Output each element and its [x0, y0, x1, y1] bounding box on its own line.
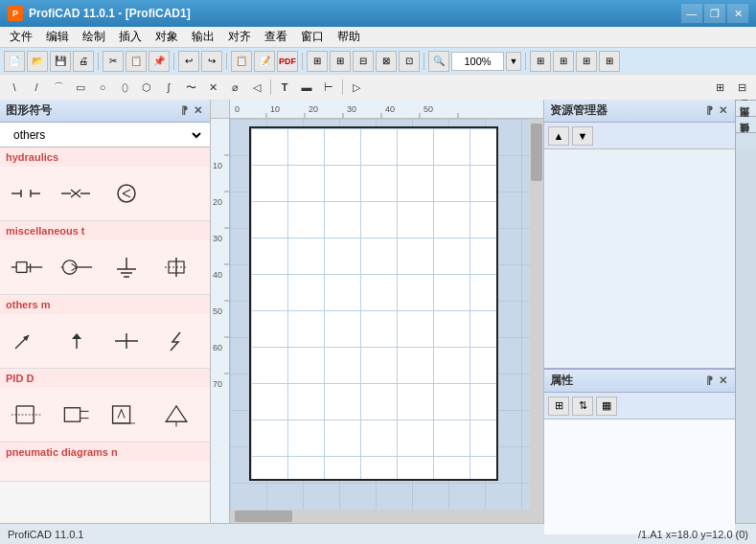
tool-far2[interactable]: ⊟ [731, 77, 752, 98]
tool-unk2[interactable]: ◁ [246, 77, 267, 98]
tool-unk1[interactable]: ⌀ [224, 77, 245, 98]
canvas-scroll[interactable] [230, 119, 543, 523]
tool-textbox[interactable]: ▬ [296, 77, 317, 98]
tool-ellipse[interactable]: ⬯ [114, 77, 135, 98]
symbol-box2[interactable] [103, 392, 149, 438]
props-btn-2[interactable]: ⇅ [572, 397, 593, 416]
svg-point-18 [63, 261, 77, 274]
menu-file[interactable]: 文件 [4, 27, 38, 47]
symbol-cylinder[interactable] [103, 170, 149, 216]
menu-align[interactable]: 对齐 [222, 27, 257, 47]
menu-edit[interactable]: 编辑 [40, 27, 75, 47]
symbol-pump[interactable] [4, 170, 50, 216]
tb-b6[interactable]: ⊠ [376, 51, 397, 72]
zoom-input[interactable]: 100% [451, 52, 504, 71]
cat-title-pneumatic: pneumatic diagrams n [0, 442, 210, 462]
tb-right1[interactable]: ⊞ [530, 51, 551, 72]
tool-arc[interactable]: ⌒ [48, 77, 69, 98]
tool-dimension[interactable]: ⊢ [318, 77, 339, 98]
symbol-arrow-up[interactable] [54, 318, 100, 364]
menu-help[interactable]: 帮助 [332, 27, 366, 47]
scrollbar-horizontal-thumb[interactable] [235, 510, 292, 522]
tb-open[interactable]: 📂 [27, 51, 48, 72]
menu-output[interactable]: 输出 [186, 27, 220, 47]
symbol-cross[interactable] [103, 318, 149, 364]
tool-cross[interactable]: ✕ [202, 77, 223, 98]
symbols-panel-pin[interactable]: ⁋ [179, 104, 190, 117]
tb-b5[interactable]: ⊟ [353, 51, 374, 72]
tool-gate[interactable]: ▷ [346, 77, 367, 98]
symbol-unknown[interactable] [153, 244, 199, 290]
title-controls[interactable]: — ❐ ✕ [681, 4, 748, 23]
resource-up-btn[interactable]: ▲ [548, 126, 569, 146]
menu-view[interactable]: 查看 [259, 27, 293, 47]
side-tab-3[interactable]: 磁铁捕捉 [736, 132, 757, 148]
tb-new[interactable]: 📄 [4, 51, 25, 72]
resource-panel-close[interactable]: ✕ [717, 104, 729, 117]
canvas-area: 0 10 20 30 40 50 0 [211, 100, 543, 523]
tb-save[interactable]: 💾 [50, 51, 71, 72]
tb-b4[interactable]: ⊞ [330, 51, 351, 72]
side-tab-2[interactable]: 图形浏览 [736, 116, 757, 132]
tb-b7[interactable]: ⊡ [399, 51, 420, 72]
tb-copy[interactable]: 📋 [126, 51, 147, 72]
symbol-ground[interactable] [103, 244, 149, 290]
tb-right3[interactable]: ⊞ [576, 51, 597, 72]
symbol-arrow-diag[interactable] [4, 318, 50, 364]
tb-paste[interactable]: 📌 [149, 51, 170, 72]
tb-redo[interactable]: ↪ [201, 51, 222, 72]
tb-pdf[interactable]: PDF [277, 51, 298, 72]
symbol-nand[interactable] [4, 392, 50, 438]
panel-header-actions[interactable]: ⁋ ✕ [179, 104, 204, 117]
scrollbar-horizontal[interactable] [230, 510, 543, 523]
symbol-valve[interactable] [54, 170, 100, 216]
props-header-actions[interactable]: ⁋ ✕ [704, 374, 729, 387]
menu-insert[interactable]: 插入 [113, 27, 148, 47]
symbol-lightning[interactable] [153, 318, 199, 364]
properties-panel-pin[interactable]: ⁋ [704, 374, 715, 387]
close-button[interactable]: ✕ [727, 4, 748, 23]
tool-rect[interactable]: ▭ [70, 77, 91, 98]
tool-select[interactable]: \ [4, 77, 25, 98]
tool-poly[interactable]: ⬡ [136, 77, 157, 98]
tool-line[interactable]: / [26, 77, 47, 98]
properties-panel-close[interactable]: ✕ [717, 374, 729, 387]
tb-b1[interactable]: 📋 [231, 51, 252, 72]
scrollbar-vertical[interactable] [530, 119, 543, 510]
title-bar: P ProfiCAD 11.0.1 - [ProfiCAD1] — ❐ ✕ [0, 0, 756, 27]
tb-right2[interactable]: ⊞ [553, 51, 574, 72]
tb-right4[interactable]: ⊞ [599, 51, 620, 72]
tb-print[interactable]: 🖨 [73, 51, 94, 72]
tool-spline[interactable]: 〜 [180, 77, 201, 98]
scrollbar-vertical-thumb[interactable] [531, 124, 542, 181]
tb-cut[interactable]: ✂ [103, 51, 124, 72]
resource-panel-pin[interactable]: ⁋ [704, 104, 715, 117]
props-btn-1[interactable]: ⊞ [548, 397, 569, 416]
tools-row: \ / ⌒ ▭ ○ ⬯ ⬡ ∫ 〜 ✕ ⌀ ◁ T ▬ ⊢ ▷ ⊞ ⊟ [0, 75, 756, 100]
menu-window[interactable]: 窗口 [295, 27, 330, 47]
props-btn-3[interactable]: ▦ [596, 397, 617, 416]
tool-text[interactable]: T [274, 77, 295, 98]
tb-undo[interactable]: ↩ [178, 51, 199, 72]
zoom-dropdown-btn[interactable]: ▼ [506, 52, 521, 71]
tool-bezier[interactable]: ∫ [158, 77, 179, 98]
restore-button[interactable]: ❐ [704, 4, 725, 23]
symbols-panel-close[interactable]: ✕ [192, 104, 204, 117]
menu-object[interactable]: 对象 [149, 27, 184, 47]
category-select-wrapper[interactable]: others hydraulics pneumatics electrical [0, 123, 210, 147]
symbol-trans1[interactable] [4, 244, 50, 290]
tool-circle[interactable]: ○ [92, 77, 113, 98]
menu-draw[interactable]: 绘制 [77, 27, 111, 47]
tb-zoom-out[interactable]: 🔍 [428, 51, 449, 72]
symbol-triangle-down[interactable] [153, 392, 199, 438]
symbol-rect-sym[interactable] [54, 392, 100, 438]
category-dropdown[interactable]: others hydraulics pneumatics electrical [6, 127, 204, 143]
resource-down-btn[interactable]: ▼ [572, 126, 593, 146]
resource-header-actions[interactable]: ⁋ ✕ [704, 104, 729, 117]
minimize-button[interactable]: — [681, 4, 702, 23]
side-tab-1[interactable]: 符号 [736, 100, 757, 116]
symbol-trans2[interactable] [54, 244, 100, 290]
tb-b3[interactable]: ⊞ [307, 51, 328, 72]
tb-b2[interactable]: 📝 [254, 51, 275, 72]
tool-far1[interactable]: ⊞ [709, 77, 730, 98]
